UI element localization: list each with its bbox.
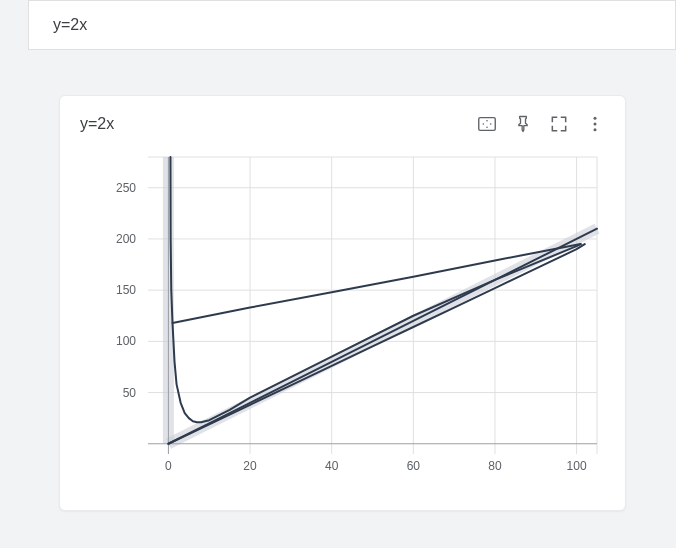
chart-card: y=2x [59, 95, 626, 511]
more-button[interactable] [577, 106, 613, 142]
plot-svg: 02040608010050100150200250 [80, 152, 605, 482]
x-tick-label: 0 [165, 459, 172, 473]
plot-area[interactable]: 02040608010050100150200250 [80, 152, 605, 482]
fullscreen-button[interactable] [541, 106, 577, 142]
page-root: y=2x y=2x [0, 0, 676, 548]
formula-text: y=2x [53, 16, 87, 34]
svg-point-4 [486, 126, 488, 128]
formula-bar[interactable]: y=2x [28, 0, 676, 50]
x-tick-label: 20 [243, 459, 257, 473]
svg-point-6 [594, 123, 597, 126]
y-tick-label: 100 [116, 334, 136, 348]
x-tick-label: 100 [567, 459, 587, 473]
explore-button[interactable] [469, 106, 505, 142]
x-tick-label: 40 [325, 459, 339, 473]
series-y=2x [168, 229, 597, 444]
svg-point-3 [486, 120, 488, 122]
svg-point-5 [594, 117, 597, 120]
svg-point-7 [594, 128, 597, 131]
series-diag [168, 244, 584, 444]
series-top-chord [172, 244, 580, 323]
card-header: y=2x [60, 96, 625, 152]
svg-point-2 [490, 123, 492, 125]
more-icon [585, 114, 605, 134]
explore-icon [476, 113, 498, 135]
series-hook [170, 157, 580, 422]
fullscreen-icon [549, 114, 569, 134]
svg-point-1 [483, 123, 485, 125]
y-tick-label: 200 [116, 232, 136, 246]
y-tick-label: 50 [123, 386, 137, 400]
x-tick-label: 80 [488, 459, 502, 473]
y-tick-label: 250 [116, 181, 136, 195]
svg-rect-0 [479, 118, 496, 131]
x-tick-label: 60 [407, 459, 421, 473]
pin-button[interactable] [505, 106, 541, 142]
pin-icon [513, 114, 533, 134]
y-tick-label: 150 [116, 283, 136, 297]
card-title: y=2x [80, 115, 469, 133]
